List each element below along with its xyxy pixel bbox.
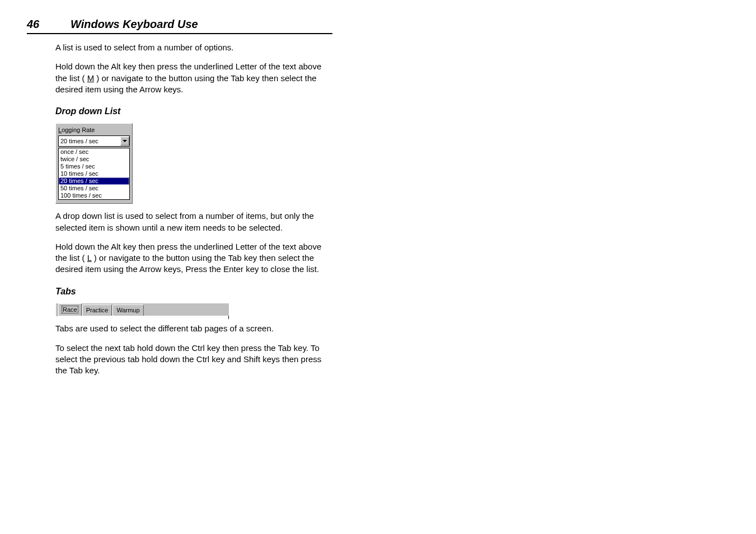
dropdown-heading: Drop down List	[55, 105, 332, 118]
intro-paragraph-2: Hold down the Alt key then press the und…	[55, 61, 332, 95]
tab-label: Race	[62, 306, 78, 313]
page-number: 46	[27, 17, 71, 32]
intro-p2-post: ) or navigate to the button using the Ta…	[55, 73, 317, 94]
dropdown-option[interactable]: 50 times / sec	[59, 185, 129, 192]
tabs-heading: Tabs	[55, 285, 332, 298]
dropdown-p2-post: ) or navigate to the button using the Ta…	[55, 253, 319, 274]
dropdown-label: Logging Rate	[58, 126, 130, 134]
dropdown-label-rest: ogging Rate	[62, 127, 95, 133]
tab-warmup[interactable]: Warmup	[112, 305, 143, 316]
dropdown-combobox[interactable]: 20 times / sec	[58, 135, 130, 147]
dropdown-toggle-button[interactable]	[120, 137, 129, 146]
dropdown-option[interactable]: once / sec	[59, 148, 129, 156]
tabs-paragraph-2: To select the next tab hold down the Ctr…	[55, 343, 332, 377]
tab-strip-divider	[58, 316, 229, 316]
dropdown-selected-value: 20 times / sec	[59, 137, 120, 146]
dropdown-option[interactable]: 100 times / sec	[59, 192, 129, 199]
intro-paragraph-1: A list is used to select from a number o…	[55, 42, 332, 53]
tab-strip: RacePracticeWarmup	[58, 306, 228, 316]
tab-practice[interactable]: Practice	[82, 305, 112, 316]
tab-strip-notch	[228, 316, 229, 319]
page-header: 46 Windows Keyboard Use	[27, 17, 332, 34]
document-page: 46 Windows Keyboard Use A list is used t…	[0, 0, 756, 534]
dropdown-figure: Logging Rate 20 times / sec once / sectw…	[55, 123, 133, 204]
tabs-paragraph-1: Tabs are used to select the different ta…	[55, 323, 332, 334]
content-column: A list is used to select from a number o…	[55, 42, 332, 376]
dropdown-paragraph-1: A drop down list is used to select from …	[55, 210, 332, 233]
dropdown-option[interactable]: 20 times / sec	[59, 177, 129, 185]
dropdown-paragraph-2: Hold down the Alt key then press the und…	[55, 241, 332, 275]
tabs-figure: RacePracticeWarmup	[55, 303, 229, 316]
chevron-down-icon	[123, 140, 127, 142]
intro-p2-key: M	[87, 73, 95, 83]
dropdown-option[interactable]: 5 times / sec	[59, 163, 129, 170]
dropdown-option[interactable]: twice / sec	[59, 156, 129, 163]
dropdown-option-list[interactable]: once / sectwice / sec5 times / sec10 tim…	[58, 148, 130, 200]
dropdown-option[interactable]: 10 times / sec	[59, 170, 129, 177]
page-title: Windows Keyboard Use	[71, 17, 198, 32]
tab-race[interactable]: Race	[58, 303, 82, 316]
